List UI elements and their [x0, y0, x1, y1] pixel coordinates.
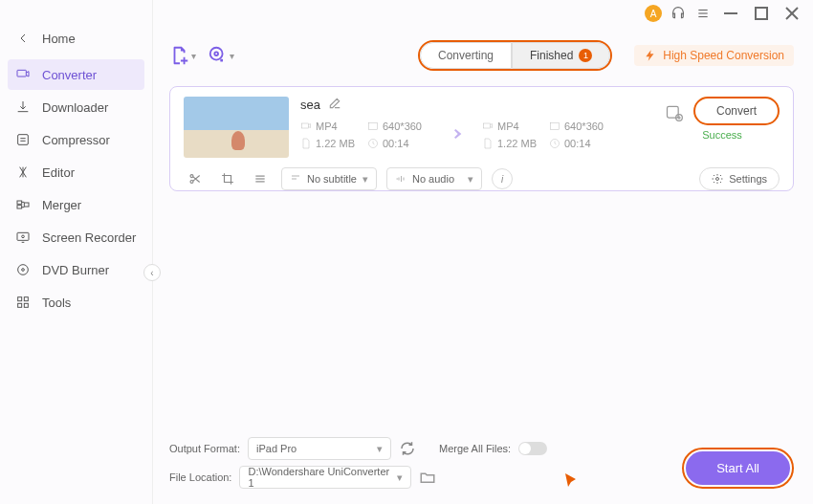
svg-rect-9 [17, 201, 22, 204]
svg-rect-17 [24, 297, 28, 301]
sidebar-item-label: Editor [42, 165, 75, 180]
sidebar-item-label: Screen Recorder [42, 230, 136, 245]
svg-rect-8 [18, 135, 29, 145]
dst-size: 1.22 MB [482, 138, 549, 149]
status-text: Success [702, 129, 742, 141]
rename-icon[interactable] [328, 97, 341, 113]
sidebar-item-converter[interactable]: Converter [8, 59, 144, 90]
dvd-icon [15, 262, 31, 277]
converter-icon [15, 67, 31, 82]
sidebar-item-editor[interactable]: Editor [0, 157, 152, 187]
merger-icon [15, 197, 31, 212]
add-dvd-button[interactable]: ▾ [208, 42, 234, 69]
dst-duration: 00:14 [549, 138, 626, 149]
src-size: 1.22 MB [300, 138, 367, 149]
screen-recorder-icon [15, 230, 31, 245]
file-name: sea [300, 98, 320, 112]
effect-icon[interactable] [249, 168, 272, 189]
compressor-icon [15, 132, 31, 147]
status-segment: Converting Finished1 [418, 40, 612, 71]
sidebar-item-label: DVD Burner [42, 263, 109, 277]
user-avatar[interactable]: A [645, 5, 662, 22]
sidebar-item-label: Downloader [42, 100, 108, 115]
open-folder-icon[interactable] [419, 469, 436, 486]
trim-icon[interactable] [184, 168, 207, 189]
svg-point-21 [214, 52, 218, 55]
start-all-button[interactable]: Start All [686, 451, 790, 485]
sidebar-item-screen-recorder[interactable]: Screen Recorder [0, 222, 152, 252]
info-icon[interactable]: i [492, 168, 513, 189]
sidebar-item-label: Converter [42, 68, 97, 82]
output-format-select[interactable]: iPad Pro▾ [248, 437, 391, 460]
svg-point-35 [716, 178, 719, 181]
svg-point-15 [22, 269, 25, 272]
svg-rect-23 [369, 123, 378, 130]
svg-rect-18 [18, 303, 22, 307]
sidebar-item-dvd-burner[interactable]: DVD Burner [0, 254, 152, 285]
sidebar-item-tools[interactable]: Tools [0, 287, 152, 318]
finished-badge: 1 [579, 49, 592, 62]
svg-rect-10 [17, 206, 22, 208]
output-format-label: Output Format: [169, 443, 240, 454]
dst-format: MP4 [482, 121, 549, 132]
file-settings-button[interactable]: Settings [699, 167, 780, 190]
sidebar: Home Converter Downloader Compressor Edi… [0, 0, 153, 504]
file-card: sea MP4 640*360 MP4 640*360 1.22 MB 00:1… [169, 86, 794, 191]
merge-label: Merge All Files: [439, 443, 511, 454]
high-speed-button[interactable]: High Speed Conversion [634, 45, 794, 66]
sidebar-item-merger[interactable]: Merger [0, 189, 152, 220]
subtitle-select[interactable]: No subtitle▾ [281, 167, 377, 190]
crop-icon[interactable] [216, 168, 239, 189]
src-duration: 00:14 [367, 138, 444, 149]
video-thumbnail[interactable] [184, 97, 289, 158]
editor-icon [15, 164, 31, 180]
svg-rect-11 [24, 203, 29, 207]
sidebar-collapse[interactable]: ‹ [143, 264, 161, 281]
file-location-label: File Location: [169, 471, 231, 483]
close-button[interactable] [780, 5, 803, 22]
annotation-arrow [561, 470, 584, 496]
audio-select[interactable]: No audio▾ [386, 167, 482, 190]
svg-rect-12 [17, 232, 29, 240]
src-format: MP4 [300, 121, 367, 132]
sidebar-item-compressor[interactable]: Compressor [0, 124, 152, 155]
svg-point-20 [210, 48, 223, 60]
merge-toggle[interactable] [518, 442, 547, 455]
home-label: Home [42, 32, 76, 46]
menu-icon[interactable] [694, 5, 712, 22]
back-icon [15, 31, 31, 46]
file-location-select[interactable]: D:\Wondershare UniConverter 1▾ [239, 466, 411, 489]
maximize-button[interactable] [750, 5, 773, 22]
bolt-icon [644, 49, 657, 62]
svg-rect-25 [551, 123, 560, 130]
svg-rect-4 [756, 8, 767, 19]
svg-rect-19 [24, 303, 28, 307]
svg-rect-16 [18, 297, 22, 301]
svg-rect-24 [484, 123, 491, 128]
tab-converting[interactable]: Converting [420, 42, 512, 69]
refresh-icon[interactable] [399, 440, 416, 457]
sidebar-item-label: Merger [42, 198, 81, 212]
tab-finished[interactable]: Finished1 [512, 42, 610, 69]
sidebar-item-label: Compressor [42, 133, 110, 147]
sidebar-item-label: Tools [42, 296, 71, 310]
arrow-icon [444, 123, 482, 146]
svg-rect-22 [302, 123, 309, 128]
dst-resolution: 640*360 [549, 121, 626, 132]
sidebar-item-downloader[interactable]: Downloader [0, 92, 152, 122]
home-nav[interactable]: Home [0, 19, 152, 57]
tools-icon [15, 295, 31, 310]
output-settings-icon[interactable] [665, 103, 684, 122]
convert-button[interactable]: Convert [693, 97, 780, 125]
svg-rect-7 [17, 70, 26, 77]
svg-point-13 [22, 235, 25, 238]
add-file-button[interactable]: ▾ [169, 42, 196, 69]
support-icon[interactable] [670, 5, 687, 22]
src-resolution: 640*360 [367, 121, 444, 132]
svg-point-14 [18, 265, 29, 275]
downloader-icon [15, 99, 31, 115]
minimize-button[interactable] [719, 5, 742, 22]
start-all-highlight: Start All [682, 448, 794, 489]
